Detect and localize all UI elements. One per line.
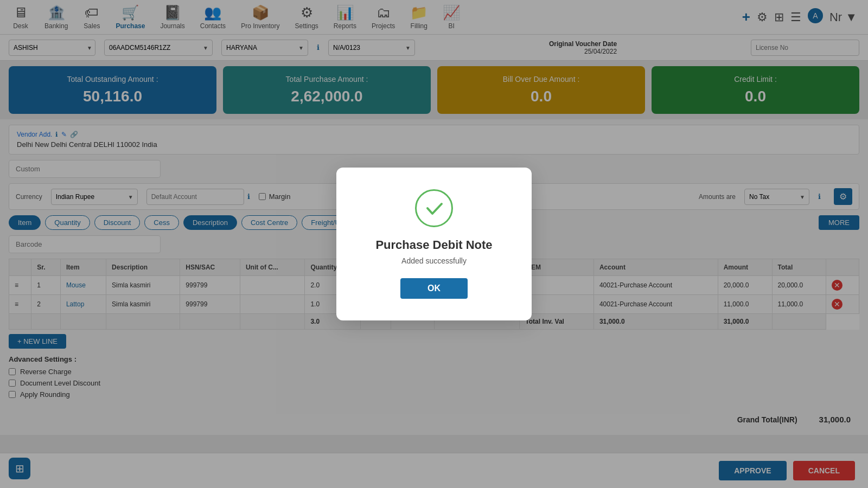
modal-title: Purchase Debit Note	[369, 238, 499, 252]
modal-overlay: Purchase Debit Note Added successfully O…	[0, 0, 868, 488]
modal-ok-button[interactable]: OK	[400, 278, 468, 299]
modal-box: Purchase Debit Note Added successfully O…	[336, 168, 532, 320]
success-check-icon	[415, 189, 453, 227]
modal-subtitle: Added successfully	[369, 256, 499, 265]
